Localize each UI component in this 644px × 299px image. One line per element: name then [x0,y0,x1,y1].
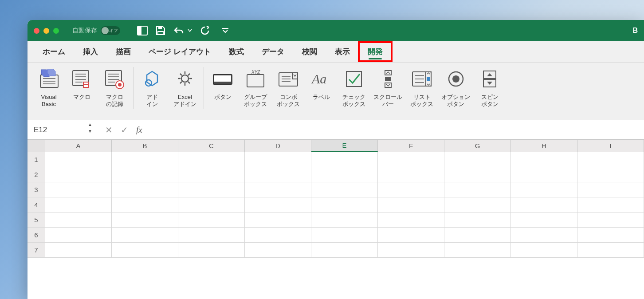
autosave-toggle[interactable]: 自動保存 オフ [72,26,120,35]
qat-customize-icon[interactable] [222,28,228,33]
minimize-icon[interactable] [43,28,49,34]
cell[interactable] [245,228,311,243]
cell[interactable] [378,243,444,258]
cell[interactable] [245,182,311,197]
cell[interactable] [511,182,577,197]
row-header[interactable]: 4 [27,197,45,212]
cancel-icon[interactable]: ✕ [105,125,113,135]
cell[interactable] [245,167,311,182]
excel-addin-button[interactable]: Excel アドイン [172,66,198,108]
column-header[interactable]: C [178,140,245,152]
cell[interactable] [178,152,245,167]
checkbox-control[interactable]: チェック ボックス [341,66,367,108]
save-icon[interactable] [156,26,165,35]
cell[interactable] [511,243,577,258]
cell[interactable] [45,152,112,167]
cell[interactable] [511,152,577,167]
column-header[interactable]: D [245,140,311,152]
stepper-up-icon[interactable]: ▲ [87,122,93,128]
cell[interactable] [45,212,112,228]
column-header[interactable]: H [511,140,577,152]
addin-button[interactable]: アド イン [139,66,165,108]
cell[interactable] [378,197,444,212]
cell[interactable] [444,167,511,182]
cell[interactable] [112,228,178,243]
cell[interactable] [112,182,178,197]
cell[interactable] [378,182,444,197]
macro-button[interactable]: マクロ [68,66,95,101]
visual-basic-button[interactable]: Visual Basic [35,66,62,108]
cell[interactable] [378,167,444,182]
tab-formulas[interactable]: 数式 [220,42,253,61]
column-header[interactable]: E [311,140,378,152]
optionbutton-control[interactable]: オプション ボタン [441,66,470,108]
cell[interactable] [444,243,511,258]
tab-page-layout[interactable]: ページ レイアウト [140,42,220,61]
cell[interactable] [45,228,112,243]
cell[interactable] [511,228,577,243]
scrollbar-control[interactable]: スクロール バー [373,66,402,108]
column-header[interactable]: A [45,140,112,152]
name-box[interactable]: E12 ▲ ▼ [27,120,96,139]
tab-developer[interactable]: 開発 [359,42,392,61]
cell[interactable] [577,212,644,228]
cell[interactable] [577,167,644,182]
spinbutton-control[interactable]: スピン ボタン [476,66,503,108]
cell[interactable] [577,228,644,243]
tab-view[interactable]: 表示 [326,42,359,61]
cell[interactable] [311,243,378,258]
cell[interactable] [511,197,577,212]
cell[interactable] [45,243,112,258]
column-header[interactable]: F [378,140,444,152]
cell[interactable] [45,167,112,182]
cell[interactable] [178,167,245,182]
stepper-down-icon[interactable]: ▼ [87,129,93,135]
cell[interactable] [444,228,511,243]
tab-draw[interactable]: 描画 [107,42,140,61]
cell[interactable] [378,212,444,228]
cell[interactable] [577,243,644,258]
groupbox-control[interactable]: XYZ グループ ボックス [242,66,269,108]
cell[interactable] [45,182,112,197]
cell[interactable] [45,197,112,212]
cell[interactable] [245,212,311,228]
select-all-corner[interactable] [27,140,45,152]
zoom-icon[interactable] [53,28,59,34]
cell[interactable] [311,212,378,228]
row-header[interactable]: 7 [27,243,45,258]
cell[interactable] [511,212,577,228]
cell[interactable] [245,152,311,167]
cell[interactable] [444,152,511,167]
formula-input[interactable] [151,120,644,139]
tab-insert[interactable]: 挿入 [74,42,107,61]
redo-icon[interactable] [200,26,210,35]
fx-icon[interactable]: fx [136,125,142,135]
cell[interactable] [378,152,444,167]
cell[interactable] [112,167,178,182]
undo-icon[interactable] [173,26,184,35]
cell[interactable] [112,243,178,258]
row-header[interactable]: 5 [27,212,45,228]
cell[interactable] [112,212,178,228]
cell[interactable] [178,197,245,212]
cell[interactable] [245,197,311,212]
cell[interactable] [577,152,644,167]
home-icon[interactable] [137,26,148,35]
toggle-switch[interactable]: オフ [101,26,120,35]
column-header[interactable]: B [112,140,178,152]
button-control[interactable]: ボタン [209,66,236,101]
cell[interactable] [311,197,378,212]
cell[interactable] [378,228,444,243]
cell[interactable] [112,197,178,212]
tab-review[interactable]: 校閲 [293,42,326,61]
cell[interactable] [112,152,178,167]
record-macro-button[interactable]: マクロ の記録 [101,66,128,108]
row-header[interactable]: 6 [27,228,45,243]
cell[interactable] [178,228,245,243]
listbox-control[interactable]: リスト ボックス [408,66,435,108]
cell[interactable] [245,243,311,258]
close-icon[interactable] [34,28,39,34]
cell[interactable] [577,182,644,197]
cell[interactable] [311,182,378,197]
cell[interactable] [178,212,245,228]
